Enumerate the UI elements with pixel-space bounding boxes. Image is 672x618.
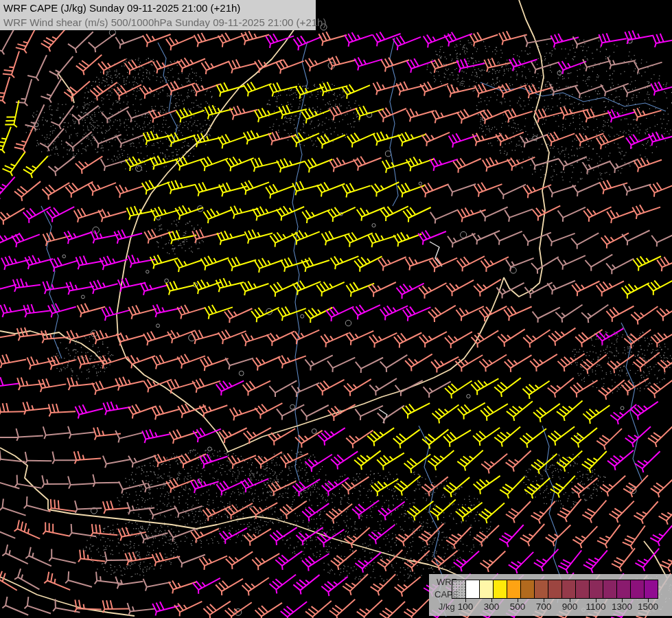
map-title-block: WRF CAPE (J/kg) Sunday 09-11-2025 21:00 … (0, 0, 316, 30)
cape-legend: WRF CAPE J/kg 10030050070090011001300150… (429, 574, 672, 616)
legend-color-box (561, 580, 576, 599)
legend-color-box (616, 580, 631, 599)
legend-color-box (603, 580, 617, 599)
legend-color-box (534, 580, 548, 599)
title-windshear-line: WRF Wind shear (m/s) 500/1000hPa Sunday … (0, 15, 316, 30)
legend-color-box (548, 580, 562, 599)
legend-color-box (630, 580, 645, 599)
legend-color-box (520, 580, 535, 599)
legend-tick-label: 1500 (633, 602, 663, 612)
legend-color-box (644, 580, 658, 599)
cape-color-bar (452, 580, 658, 599)
legend-color-box (493, 580, 507, 599)
legend-color-box (575, 580, 590, 599)
legend-color-box (465, 580, 480, 599)
legend-color-box (452, 580, 466, 599)
wind-barb-map-canvas (0, 0, 672, 618)
title-cape-line: WRF CAPE (J/kg) Sunday 09-11-2025 21:00 … (0, 0, 316, 15)
weather-map-screen: WRF CAPE (J/kg) Sunday 09-11-2025 21:00 … (0, 0, 672, 618)
legend-color-box (479, 580, 494, 599)
legend-color-box (507, 580, 521, 599)
legend-color-box (589, 580, 603, 599)
